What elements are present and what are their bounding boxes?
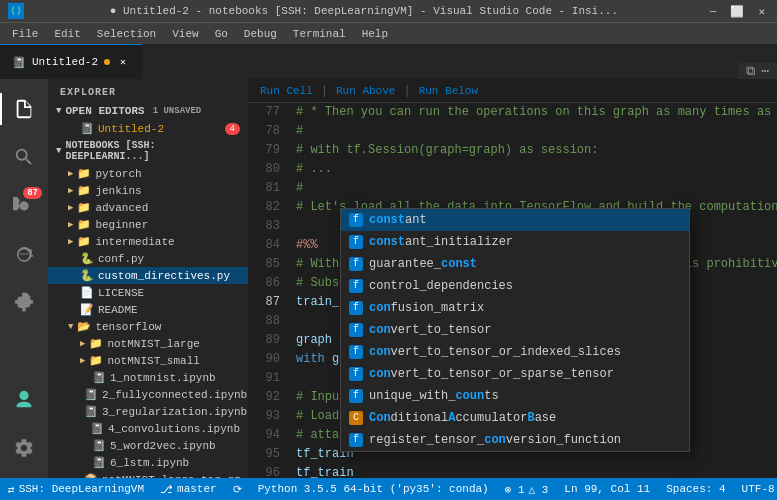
- sidebar-item-2fully[interactable]: 📓 2_fullyconnected.ipynb: [48, 386, 248, 403]
- tab-close-btn[interactable]: ✕: [116, 55, 130, 69]
- ac-item-guarantee-const[interactable]: f guarantee_const: [341, 253, 689, 275]
- line-num-80: 80: [248, 160, 280, 179]
- line-num-78: 78: [248, 122, 280, 141]
- sidebar-item-license[interactable]: 📄 LICENSE: [48, 284, 248, 301]
- maximize-btn[interactable]: ⬜: [726, 5, 748, 18]
- status-branch[interactable]: ⎇ master: [152, 478, 225, 500]
- ac-item-unique-counts[interactable]: f unique_with_counts: [341, 385, 689, 407]
- ac-icon-control-dep: f: [349, 279, 363, 293]
- file-name: LICENSE: [98, 287, 144, 299]
- ac-item-convert-sparse[interactable]: f convert_to_tensor_or_sparse_tensor: [341, 363, 689, 385]
- sidebar-item-pytorch[interactable]: ▶ 📁 pytorch: [48, 165, 248, 182]
- ac-icon-confusion-matrix: f: [349, 301, 363, 315]
- run-below-btn[interactable]: Run Below: [415, 83, 482, 99]
- code-line-81: #: [288, 179, 777, 198]
- line-num-89: 89: [248, 331, 280, 350]
- sidebar-item-notmnist-large-folder[interactable]: ▶ 📁 notMNIST_large: [48, 335, 248, 352]
- line-num-84: 84: [248, 236, 280, 255]
- ac-label-constant: constant: [369, 209, 427, 231]
- ac-item-control-dep[interactable]: f control_dependencies: [341, 275, 689, 297]
- activity-search[interactable]: [0, 133, 48, 181]
- activity-settings[interactable]: [0, 424, 48, 472]
- open-file-untitled2[interactable]: 📓 Untitled-2 4: [48, 120, 248, 137]
- menu-terminal[interactable]: Terminal: [285, 26, 354, 42]
- menu-file[interactable]: File: [4, 26, 46, 42]
- sidebar-item-5word2vec[interactable]: 📓 5_word2vec.ipynb: [48, 437, 248, 454]
- line-num-79: 79: [248, 141, 280, 160]
- sidebar-item-readme[interactable]: 📝 README: [48, 301, 248, 318]
- menu-go[interactable]: Go: [207, 26, 236, 42]
- var-graph: graph: [296, 333, 332, 347]
- menu-bar: File Edit Selection View Go Debug Termin…: [0, 22, 777, 44]
- menu-debug[interactable]: Debug: [236, 26, 285, 42]
- ac-item-convert-tensor-indexed[interactable]: f convert_to_tensor_or_indexed_slices: [341, 341, 689, 363]
- status-encoding[interactable]: UTF-8: [734, 478, 777, 500]
- status-line-col[interactable]: Ln 99, Col 11: [556, 478, 658, 500]
- ac-icon-conditional-acc: C: [349, 411, 363, 425]
- status-ssh[interactable]: ⇄ SSH: DeepLearningVM: [0, 478, 152, 500]
- line-num-90: 90: [248, 350, 280, 369]
- status-errors[interactable]: ⊗ 1 △ 3: [497, 478, 557, 500]
- notebooks-folder-header[interactable]: ▼ NOTEBOOKS [SSH: DEEPLEARNI...]: [48, 137, 248, 165]
- folder-name: notMNIST_small: [107, 355, 199, 367]
- more-actions-icon[interactable]: ⋯: [761, 63, 769, 79]
- sidebar-item-confpy[interactable]: 🐍 conf.py: [48, 250, 248, 267]
- ssh-label: SSH: DeepLearningVM: [19, 483, 144, 495]
- tab-label: Untitled-2: [32, 56, 98, 68]
- code-line-77: # * Then you can run the operations on t…: [288, 103, 777, 122]
- ac-item-register-tensor[interactable]: f register_tensor_conversion_function: [341, 429, 689, 451]
- sidebar-item-intermediate[interactable]: ▶ 📁 intermediate: [48, 233, 248, 250]
- activity-debug[interactable]: [0, 229, 48, 277]
- code-area[interactable]: # * Then you can run the operations on t…: [288, 103, 777, 478]
- menu-view[interactable]: View: [164, 26, 206, 42]
- sidebar-item-advanced[interactable]: ▶ 📁 advanced: [48, 199, 248, 216]
- split-editor-icon[interactable]: ⧉: [746, 64, 755, 79]
- ac-item-conditional-acc[interactable]: C ConditionalAccumulatorBase: [341, 407, 689, 429]
- sync-icon: ⟳: [233, 483, 242, 496]
- status-spaces[interactable]: Spaces: 4: [658, 478, 733, 500]
- status-python[interactable]: Python 3.5.5 64-bit ('py35': conda): [250, 478, 497, 500]
- sidebar-item-beginner[interactable]: ▶ 📁 beginner: [48, 216, 248, 233]
- window-controls[interactable]: — ⬜ ✕: [706, 5, 769, 18]
- run-above-btn[interactable]: Run Above: [332, 83, 399, 99]
- ac-item-constant[interactable]: f constant: [341, 209, 689, 231]
- sidebar-header: Explorer: [48, 79, 248, 102]
- sidebar-item-jenkins[interactable]: ▶ 📁 jenkins: [48, 182, 248, 199]
- folder-chevron: ▶: [68, 185, 73, 196]
- activity-scm[interactable]: 87: [0, 181, 48, 229]
- activity-account[interactable]: [0, 376, 48, 424]
- folder-icon: 📁: [89, 354, 103, 367]
- sidebar-item-6lstm[interactable]: 📓 6_lstm.ipynb: [48, 454, 248, 471]
- sidebar-item-4conv[interactable]: 📓 4_convolutions.ipynb: [48, 420, 248, 437]
- ac-icon-const-init: f: [349, 235, 363, 249]
- ac-item-constant-initializer[interactable]: f constant_initializer: [341, 231, 689, 253]
- line-num-91: 91: [248, 369, 280, 388]
- sidebar-item-3reg[interactable]: 📓 3_regularization.ipynb: [48, 403, 248, 420]
- menu-selection[interactable]: Selection: [89, 26, 164, 42]
- activity-explorer[interactable]: [0, 85, 48, 133]
- ipynb-icon: 📓: [92, 439, 106, 452]
- separator-2: |: [403, 84, 410, 98]
- cell-marker: #%%: [296, 238, 318, 252]
- line-col-label: Ln 99, Col 11: [564, 483, 650, 495]
- ac-item-convert-tensor[interactable]: f convert_to_tensor: [341, 319, 689, 341]
- sidebar-item-1notmnist[interactable]: 📓 1_notmnist.ipynb: [48, 369, 248, 386]
- run-cell-btn[interactable]: Run Cell: [256, 83, 317, 99]
- menu-help[interactable]: Help: [354, 26, 396, 42]
- sidebar-item-notmnist-small-folder[interactable]: ▶ 📁 notMNIST_small: [48, 352, 248, 369]
- open-editors-header[interactable]: ▼ OPEN EDITORS 1 UNSAVED: [48, 102, 248, 120]
- tab-untitled2[interactable]: 📓 Untitled-2 ✕: [0, 44, 142, 79]
- sidebar-item-notmnist-large-tar[interactable]: 📦 notMNIST_large.tar.gz: [48, 471, 248, 478]
- sidebar-item-tensorflow[interactable]: ▼ 📂 tensorflow: [48, 318, 248, 335]
- ac-item-confusion-matrix[interactable]: f confusion_matrix: [341, 297, 689, 319]
- menu-edit[interactable]: Edit: [46, 26, 88, 42]
- ac-label-conditional-acc: ConditionalAccumulatorBase: [369, 407, 556, 429]
- status-sync[interactable]: ⟳: [225, 478, 250, 500]
- activity-extensions[interactable]: [0, 277, 48, 325]
- close-btn[interactable]: ✕: [754, 5, 769, 18]
- ac-icon-convert-tensor: f: [349, 323, 363, 337]
- sidebar-item-custom-directives[interactable]: 🐍 custom_directives.py: [48, 267, 248, 284]
- ac-icon-unique-counts: f: [349, 389, 363, 403]
- open-file-name: Untitled-2: [98, 123, 164, 135]
- minimize-btn[interactable]: —: [706, 5, 721, 18]
